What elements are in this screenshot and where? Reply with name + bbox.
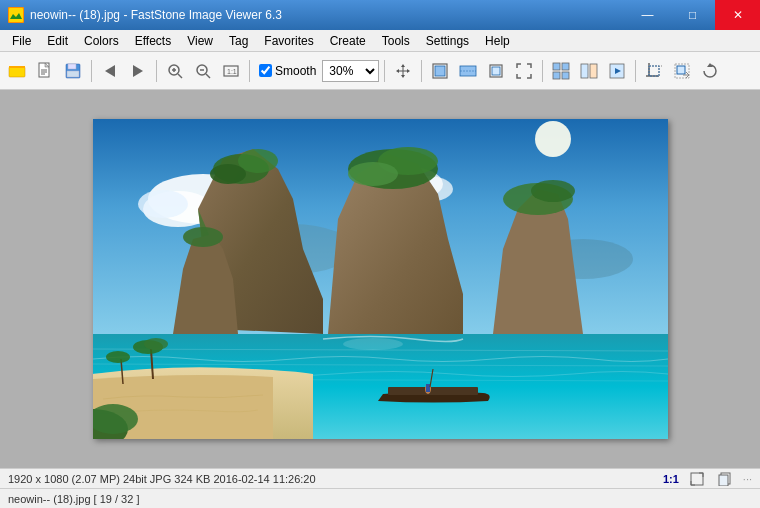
rotate-button[interactable] <box>697 58 723 84</box>
zoom-select[interactable]: 10% 20% 25% 30% 50% 75% 100% 200% <box>322 60 379 82</box>
svg-rect-92 <box>719 475 728 486</box>
svg-rect-4 <box>9 67 25 77</box>
zoom-in-icon <box>166 62 184 80</box>
compare-button[interactable] <box>576 58 602 84</box>
prev-button[interactable] <box>97 58 123 84</box>
separator-1 <box>91 60 92 82</box>
folder-open-icon <box>8 62 26 80</box>
statusbar-copy-button[interactable] <box>715 470 735 488</box>
next-button[interactable] <box>125 58 151 84</box>
original-size-button[interactable] <box>483 58 509 84</box>
statusbar-dots: ··· <box>743 473 752 485</box>
svg-point-82 <box>106 351 130 363</box>
separator-4 <box>384 60 385 82</box>
titlebar: neowin-- (18).jpg - FastStone Image View… <box>0 0 760 30</box>
svg-point-63 <box>238 149 278 173</box>
original-size-icon2 <box>487 62 505 80</box>
image-scene <box>93 119 668 439</box>
open-file-icon <box>36 62 54 80</box>
svg-rect-31 <box>553 63 560 70</box>
pan-button[interactable] <box>390 58 416 84</box>
svg-rect-45 <box>677 66 685 74</box>
resize-button[interactable] <box>669 58 695 84</box>
open-file-button[interactable] <box>32 58 58 84</box>
separator-3 <box>249 60 250 82</box>
title-left: neowin-- (18).jpg - FastStone Image View… <box>8 7 282 23</box>
save-button[interactable] <box>60 58 86 84</box>
fullscreen-icon <box>515 62 533 80</box>
menu-favorites[interactable]: Favorites <box>256 32 321 50</box>
svg-rect-35 <box>581 64 588 78</box>
fit-width-icon <box>459 62 477 80</box>
svg-line-19 <box>178 74 182 78</box>
menu-help[interactable]: Help <box>477 32 518 50</box>
statusbar-right: 1:1 ··· <box>663 470 752 488</box>
rotate-icon <box>701 62 719 80</box>
svg-text:1:1: 1:1 <box>227 68 237 75</box>
svg-point-80 <box>144 338 168 350</box>
smooth-checkbox[interactable] <box>259 64 272 77</box>
main-content <box>0 90 760 468</box>
resize-icon <box>673 62 691 80</box>
menu-effects[interactable]: Effects <box>127 32 179 50</box>
menu-settings[interactable]: Settings <box>418 32 477 50</box>
fit-window-button[interactable] <box>427 58 453 84</box>
svg-point-73 <box>183 227 223 247</box>
filename-text: neowin-- (18).jpg [ 19 / 32 ] <box>8 493 139 505</box>
contact-sheet-icon <box>552 62 570 80</box>
menu-create[interactable]: Create <box>322 32 374 50</box>
open-folder-button[interactable] <box>4 58 30 84</box>
separator-5 <box>421 60 422 82</box>
maximize-button[interactable]: □ <box>670 0 715 30</box>
menu-edit[interactable]: Edit <box>39 32 76 50</box>
next-icon <box>129 62 147 80</box>
svg-rect-34 <box>562 72 569 79</box>
smooth-control: Smooth <box>259 64 316 78</box>
statusbar-fit-icon <box>690 472 704 486</box>
menu-colors[interactable]: Colors <box>76 32 127 50</box>
smooth-label[interactable]: Smooth <box>275 64 316 78</box>
menu-view[interactable]: View <box>179 32 221 50</box>
statusbar-resize-button[interactable] <box>687 470 707 488</box>
crop-icon <box>645 62 663 80</box>
fit-window-icon <box>431 62 449 80</box>
menu-tools[interactable]: Tools <box>374 32 418 50</box>
fullscreen-button[interactable] <box>511 58 537 84</box>
svg-marker-14 <box>105 65 115 77</box>
svg-rect-83 <box>388 387 478 395</box>
svg-rect-5 <box>9 66 25 68</box>
svg-point-68 <box>348 162 398 186</box>
actual-size-button[interactable]: 1:1 <box>218 58 244 84</box>
zoom-in-button[interactable] <box>162 58 188 84</box>
close-button[interactable]: ✕ <box>715 0 760 30</box>
contact-sheet-button[interactable] <box>548 58 574 84</box>
svg-rect-12 <box>68 64 76 69</box>
slideshow-button[interactable] <box>604 58 630 84</box>
actual-size-icon: 1:1 <box>222 62 240 80</box>
pan-icon <box>394 62 412 80</box>
svg-rect-26 <box>435 66 445 76</box>
zoom-out-button[interactable] <box>190 58 216 84</box>
app-icon <box>8 7 24 23</box>
menu-tag[interactable]: Tag <box>221 32 256 50</box>
svg-point-2 <box>18 9 22 13</box>
toolbar: 1:1 Smooth 10% 20% 25% 30% 50% 75% 100% … <box>0 52 760 90</box>
minimize-button[interactable]: — <box>625 0 670 30</box>
svg-rect-13 <box>67 71 79 77</box>
svg-rect-43 <box>649 66 659 76</box>
menu-file[interactable]: File <box>4 32 39 50</box>
svg-point-64 <box>210 164 246 184</box>
svg-point-50 <box>535 121 571 157</box>
fit-width-button[interactable] <box>455 58 481 84</box>
svg-rect-90 <box>691 473 703 485</box>
crop-button[interactable] <box>641 58 667 84</box>
menubar: File Edit Colors Effects View Tag Favori… <box>0 30 760 52</box>
svg-rect-36 <box>590 64 597 78</box>
svg-marker-15 <box>133 65 143 77</box>
svg-point-71 <box>531 180 575 202</box>
svg-rect-33 <box>553 72 560 79</box>
svg-point-54 <box>138 190 188 218</box>
separator-2 <box>156 60 157 82</box>
svg-point-89 <box>343 338 403 350</box>
statusbar-copy-icon <box>718 472 732 486</box>
